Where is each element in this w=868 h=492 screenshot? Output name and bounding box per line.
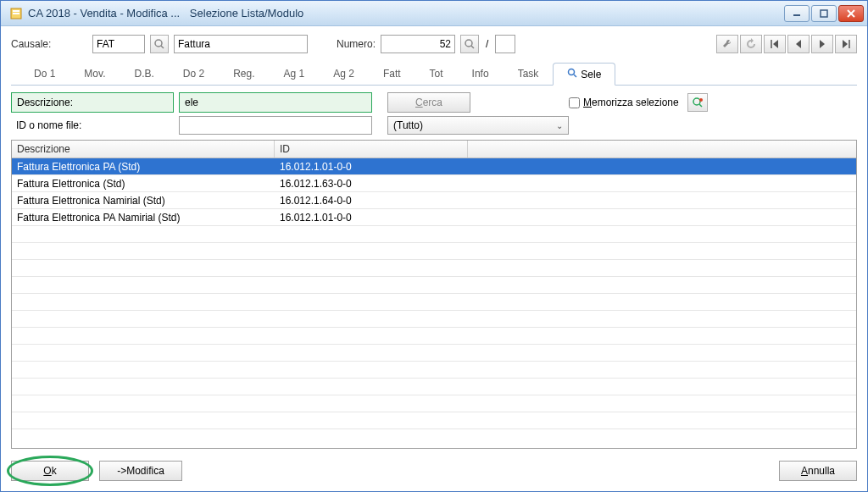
tab-label: Do 2 — [183, 68, 204, 80]
nav-last-button[interactable] — [835, 35, 857, 53]
tab-fatt[interactable]: Fatt — [369, 63, 415, 86]
filter-combo[interactable]: (Tutto) ⌄ — [387, 116, 569, 135]
table-row[interactable]: Fattura Elettronica Namirial (Std)16.012… — [12, 192, 856, 209]
app-icon — [9, 7, 23, 20]
tab-ag2[interactable]: Ag 2 — [319, 63, 369, 86]
grid-header-desc[interactable]: Descrizione — [12, 141, 275, 158]
causale-label: Causale: — [11, 38, 87, 50]
table-row — [12, 412, 856, 429]
tab-label: Fatt — [383, 68, 401, 80]
results-grid: Descrizione ID Fattura Elettronica PA (S… — [11, 140, 857, 449]
tab-db[interactable]: D.B. — [120, 63, 168, 86]
cell-id: 16.012.1.64-0-0 — [275, 195, 468, 207]
modifica-button[interactable]: ->Modifica — [99, 461, 182, 481]
cerca-button[interactable]: Cerca — [387, 92, 470, 113]
app-window: CA 2018 - Vendita - Modifica ... Selezio… — [0, 0, 868, 492]
svg-rect-2 — [13, 13, 19, 14]
table-row — [12, 277, 856, 294]
maximize-button[interactable] — [811, 5, 837, 22]
svg-rect-4 — [821, 10, 827, 17]
titlebar: CA 2018 - Vendita - Modifica ... Selezio… — [1, 1, 867, 26]
tab-sele[interactable]: Sele — [553, 63, 615, 86]
svg-point-9 — [465, 40, 472, 47]
tab-do1[interactable]: Do 1 — [19, 63, 70, 86]
svg-line-10 — [471, 46, 474, 48]
table-row[interactable]: Fattura Elettronica (Std)16.012.1.63-0-0 — [12, 175, 856, 192]
grid-header-rest — [468, 141, 856, 158]
filter-combo-value: (Tutto) — [393, 119, 423, 131]
descrizione-label-box: Descrizione: — [11, 92, 174, 113]
cell-desc: Fattura Elettronica PA (Std) — [12, 161, 275, 173]
table-row[interactable]: Fattura Elettronica PA (Std)16.012.1.01-… — [12, 158, 856, 175]
svg-rect-1 — [13, 10, 19, 12]
id-file-label: ID o nome file: — [11, 119, 174, 131]
numero-input[interactable] — [381, 35, 455, 53]
svg-line-8 — [161, 46, 164, 48]
cell-id: 16.012.1.63-0-0 — [275, 178, 468, 190]
tab-reg[interactable]: Reg. — [219, 63, 269, 86]
chevron-down-icon: ⌄ — [556, 121, 563, 130]
table-row — [12, 328, 856, 345]
tab-bar: Do 1Mov.D.B.Do 2Reg.Ag 1Ag 2FattTotInfoT… — [11, 62, 857, 86]
search-icon — [567, 69, 577, 80]
nav-next-button[interactable] — [811, 35, 833, 53]
ok-button[interactable]: Ok — [11, 461, 89, 481]
memorizza-checkbox[interactable] — [569, 97, 580, 108]
svg-point-7 — [155, 40, 162, 47]
numero-label: Numero: — [337, 38, 376, 50]
tab-label: Reg. — [233, 68, 254, 80]
filter-row-1: Descrizione: Cerca Memorizza selezione — [11, 92, 857, 113]
svg-point-15 — [693, 98, 700, 105]
tab-tot[interactable]: Tot — [415, 63, 458, 86]
descrizione-input[interactable] — [185, 97, 366, 108]
causale-code-input[interactable] — [92, 35, 145, 53]
cell-id: 16.012.1.01-0-0 — [275, 161, 468, 173]
causale-lookup-button[interactable] — [150, 35, 169, 53]
titlebar-text: CA 2018 - Vendita - Modifica ... Selezio… — [28, 7, 784, 19]
tool-wrench-button[interactable] — [716, 35, 738, 53]
minimize-button[interactable] — [784, 5, 810, 22]
tab-label: Ag 2 — [333, 68, 354, 80]
header-row: Causale: Numero: / — [11, 35, 857, 53]
cell-desc: Fattura Elettronica PA Namirial (Std) — [12, 212, 275, 224]
tab-label: Mov. — [84, 68, 105, 80]
tab-info[interactable]: Info — [458, 63, 504, 86]
table-row — [12, 226, 856, 243]
tab-task[interactable]: Task — [504, 63, 554, 86]
tab-mov[interactable]: Mov. — [70, 63, 120, 86]
table-row — [12, 379, 856, 395]
grid-header-id[interactable]: ID — [275, 141, 468, 158]
memorizza-settings-button[interactable] — [687, 93, 708, 112]
svg-point-17 — [699, 98, 703, 102]
tool-refresh-button[interactable] — [740, 35, 762, 53]
table-row — [12, 311, 856, 328]
tab-ag1[interactable]: Ag 1 — [270, 63, 320, 86]
annulla-button[interactable]: Annulla — [779, 461, 857, 481]
descrizione-input-box — [179, 92, 372, 113]
close-button[interactable] — [838, 5, 864, 22]
id-file-input[interactable] — [179, 116, 372, 135]
footer-bar: Ok ->Modifica Annulla — [11, 461, 857, 481]
tab-label: D.B. — [134, 68, 153, 80]
numero-ext-input[interactable] — [495, 35, 515, 53]
cell-desc: Fattura Elettronica (Std) — [12, 178, 275, 190]
table-row[interactable]: Fattura Elettronica PA Namirial (Std)16.… — [12, 209, 856, 226]
table-row — [12, 243, 856, 260]
toolbar-right — [716, 35, 857, 53]
numero-lookup-button[interactable] — [460, 35, 479, 53]
svg-line-16 — [699, 104, 702, 107]
causale-desc-input[interactable] — [174, 35, 308, 53]
tab-label: Task — [518, 68, 539, 80]
tab-label: Info — [472, 68, 489, 80]
table-row — [12, 260, 856, 277]
nav-prev-button[interactable] — [787, 35, 810, 53]
nav-first-button[interactable] — [764, 35, 786, 53]
memorizza-label: Memorizza selezione — [583, 97, 679, 108]
tab-do2[interactable]: Do 2 — [169, 63, 219, 86]
memorizza-wrap: Memorizza selezione — [569, 97, 679, 108]
svg-point-13 — [569, 69, 575, 75]
tab-label: Tot — [430, 68, 443, 80]
table-row — [12, 345, 856, 362]
grid-header: Descrizione ID — [12, 141, 856, 158]
filter-row-2: ID o nome file: (Tutto) ⌄ — [11, 116, 857, 135]
